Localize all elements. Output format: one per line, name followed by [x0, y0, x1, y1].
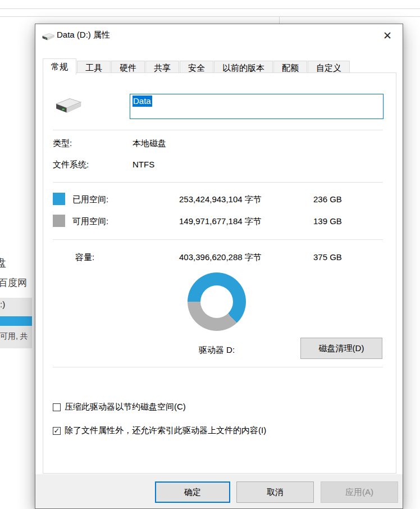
general-tab-page: Data 类型: 本地磁盘 文件系统: NTFS 已用空间: 253,424,9…	[43, 72, 396, 474]
index-contents-label: 除了文件属性外，还允许索引此驱动器上文件的内容(I)	[65, 425, 266, 436]
close-icon[interactable]: ✕	[379, 28, 396, 43]
usage-donut-hole	[200, 285, 233, 318]
drive-icon	[42, 31, 55, 41]
background-text-fragment-baidu: 百度网	[0, 276, 27, 289]
index-contents-checkbox[interactable]: ✓	[53, 427, 61, 435]
disk-cleanup-button[interactable]: 磁盘清理(D)	[300, 338, 382, 359]
volume-name-selected-text: Data	[133, 96, 152, 107]
filesystem-value: NTFS	[133, 160, 154, 169]
used-space-size: 236 GB	[313, 194, 342, 204]
free-space-swatch	[53, 215, 65, 227]
separator	[53, 239, 383, 240]
ok-button[interactable]: 确定	[155, 481, 230, 503]
free-space-label: 可用空间:	[72, 216, 108, 227]
compress-drive-checkbox[interactable]: ✓	[53, 403, 61, 411]
cancel-button[interactable]: 取消	[236, 481, 314, 503]
drive-icon-large	[54, 94, 83, 115]
dialog-footer: 确定 取消 应用(A)	[35, 474, 403, 508]
volume-name-input[interactable]: Data	[130, 94, 384, 119]
separator	[53, 182, 383, 183]
capacity-bytes: 403,396,620,288 字节	[179, 252, 262, 263]
background-column-divider	[279, 16, 280, 24]
background-text-fragment: 盘	[0, 256, 6, 270]
capacity-size: 375 GB	[313, 252, 342, 262]
properties-dialog: Data (D:) 属性 ✕ 常规 工具 硬件 共享 安全 以前的版本 配额 自…	[35, 24, 403, 509]
background-divider-line	[0, 8, 420, 9]
used-space-label: 已用空间:	[72, 194, 108, 205]
usage-donut-chart	[188, 272, 246, 331]
background-drive-tile[interactable]: :) 可用, 共	[0, 298, 32, 348]
background-drive-usage-bar	[0, 316, 32, 326]
background-drive-free-text: 可用, 共	[0, 331, 28, 342]
index-contents-row[interactable]: ✓ 除了文件属性外，还允许索引此驱动器上文件的内容(I)	[53, 425, 266, 436]
type-label: 类型:	[53, 138, 72, 149]
apply-button[interactable]: 应用(A)	[321, 481, 398, 503]
used-space-bytes: 253,424,943,104 字节	[179, 194, 262, 205]
tab-general[interactable]: 常规	[43, 58, 76, 75]
compress-drive-row[interactable]: ✓ 压缩此驱动器以节约磁盘空间(C)	[53, 402, 186, 412]
screen: 盘 百度网 :) 可用, 共 Data (D:) 属性 ✕ 常规 工具 硬件 共…	[0, 0, 420, 509]
separator	[53, 367, 383, 367]
free-space-size: 139 GB	[313, 216, 342, 226]
drive-caption: 驱动器 D:	[188, 345, 246, 356]
used-space-swatch	[53, 193, 65, 205]
type-value: 本地磁盘	[133, 138, 166, 149]
free-space-bytes: 149,971,677,184 字节	[179, 216, 262, 227]
title-bar[interactable]: Data (D:) 属性 ✕	[35, 24, 403, 47]
checkmark-icon: ✓	[54, 427, 60, 434]
background-divider-line	[0, 16, 420, 17]
capacity-label: 容量:	[75, 252, 94, 263]
filesystem-label: 文件系统:	[53, 160, 89, 170]
dialog-title: Data (D:) 属性	[57, 30, 110, 40]
background-drive-name-fragment: :)	[0, 299, 5, 309]
compress-drive-label: 压缩此驱动器以节约磁盘空间(C)	[65, 402, 186, 412]
separator	[53, 130, 383, 130]
